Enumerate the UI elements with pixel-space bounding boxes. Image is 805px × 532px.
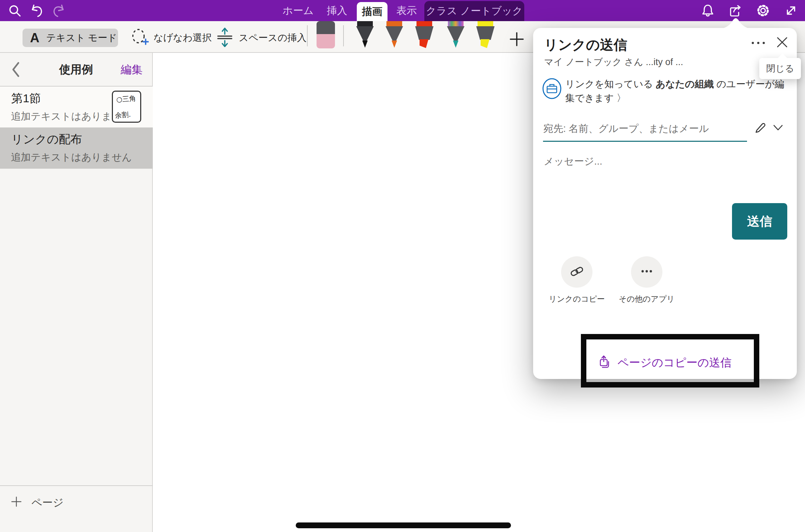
share-icon[interactable] [728,3,742,18]
pen-cap [416,21,432,27]
eraser-tool[interactable] [317,21,335,48]
text-mode-button[interactable]: A テキスト モード [23,29,118,47]
close-tooltip: 閉じる [759,58,801,79]
plus-icon [10,496,23,508]
permission-scope: あなたの組織 [656,79,714,89]
more-apps-label: その他のアプリ [609,294,684,304]
galaxy-pen-tool[interactable] [446,21,465,48]
recipient-input[interactable]: 宛先: 名前、グループ、またはメール [543,122,748,136]
pen-cap [448,21,464,27]
recipient-input-underline [543,141,747,142]
more-options-icon[interactable] [750,37,766,48]
close-icon[interactable] [775,35,789,49]
copy-link-label: リンクのコピー [539,294,614,304]
search-icon[interactable] [8,3,22,18]
send-page-copy-label: ページのコピーの送信 [617,355,732,370]
page-subtitle: 追加テキストはありません [11,151,132,164]
pen-tip [392,41,397,48]
expand-fullscreen-icon[interactable] [784,3,798,18]
pen-cap [357,21,373,27]
tab-draw[interactable]: 描画 [357,2,387,21]
tab-class-notebook[interactable]: クラス ノートブック [424,1,524,21]
ellipsis-icon [639,264,654,280]
lasso-select-button[interactable]: なげなわ選択 [130,28,212,48]
eraser-body [317,21,335,34]
permission-text: リンクを知っている [565,79,656,89]
more-apps-button[interactable] [631,256,662,288]
page-thumbnail: ○三角 余割. [112,91,141,123]
edit-pencil-icon[interactable] [753,119,768,134]
redo-icon[interactable] [52,3,66,18]
send-button[interactable]: 送信 [732,203,787,240]
organization-briefcase-icon [542,78,562,100]
black-pen-tool[interactable] [355,21,375,48]
text-mode-label: テキスト モード [46,31,117,44]
message-input[interactable]: メッセージ... [544,155,602,168]
sidebar-header: 使用例 編集 [0,53,152,87]
dialog-title: リンクの送信 [544,35,627,54]
yellow-highlighter-tool[interactable] [476,21,495,48]
settings-gear-icon[interactable] [756,3,770,18]
pen-tip [481,39,489,48]
send-link-dialog: リンクの送信 マイ ノートブック さん ...ity of ... リンクを知っ… [533,28,797,379]
pen-cone [355,26,375,41]
page-title: 第1節 [11,91,41,106]
undo-icon[interactable] [29,3,44,18]
add-page-button[interactable]: ページ [0,485,153,532]
chevron-right-icon: 〉 [616,93,626,103]
lasso-icon [130,28,149,48]
tab-home[interactable]: ホーム [282,0,314,21]
lasso-select-label: なげなわ選択 [153,31,212,44]
top-bar: ホーム 挿入 描画 表示 クラス ノートブック [0,0,805,21]
text-mode-a-icon: A [30,31,39,44]
pen-cone [476,26,495,40]
page-list-item[interactable]: 第1節 追加テキストはありま… ○三角 余割. [0,87,153,127]
red-highlighter-tool[interactable] [415,21,434,48]
page-list-sidebar: 使用例 編集 第1節 追加テキストはありま… ○三角 余割. リンクの配布 追加… [0,53,153,532]
pen-tip [453,41,458,48]
toolbar-divider [307,25,308,46]
pen-tip [362,41,368,48]
pen-cone [385,26,404,41]
page-title: リンクの配布 [11,132,82,147]
insert-space-label: スペースの挿入 [239,31,307,44]
popup-callout-arrow [720,16,751,29]
orange-pen-tool[interactable] [385,21,404,48]
pen-cone [415,26,434,40]
eraser-tip [317,34,335,48]
tab-insert[interactable]: 挿入 [321,0,353,21]
pen-tip [420,39,428,48]
notebook-subtitle: マイ ノートブック さん ...ity of ... [544,56,683,68]
chevron-down-icon[interactable] [772,123,784,132]
thumbnail-handwriting: ○三角 [116,94,136,104]
send-page-copy-button[interactable]: ページのコピーの送信 [533,352,797,374]
pen-cone [446,26,465,41]
onenote-app: ホーム 挿入 描画 表示 クラス ノートブック A テキスト モード [0,0,805,532]
tab-view[interactable]: 表示 [391,0,422,21]
page-list-item-selected[interactable]: リンクの配布 追加テキストはありません [0,127,153,169]
copy-link-button[interactable] [561,256,592,288]
link-permission-setting[interactable]: リンクを知っている あなたの組織 のユーザーが編集できます 〉 [565,77,790,105]
pen-cap [386,21,402,27]
notifications-bell-icon[interactable] [701,3,715,18]
home-indicator-bar[interactable] [296,522,511,528]
add-pen-button[interactable] [509,31,525,47]
insert-space-button[interactable]: スペースの挿入 [216,27,307,48]
page-subtitle: 追加テキストはありま… [11,110,121,123]
thumbnail-handwriting: 余割. [115,110,131,120]
add-page-label: ページ [31,496,63,510]
pen-cap [478,21,493,27]
link-icon [569,264,584,280]
toolbar-divider [343,25,344,46]
insert-space-icon [216,27,234,48]
share-page-icon [598,355,613,370]
edit-button[interactable]: 編集 [121,62,143,77]
